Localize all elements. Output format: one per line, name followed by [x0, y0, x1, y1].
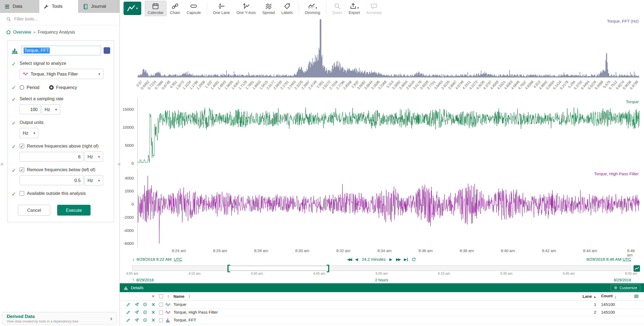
table-row[interactable]: Torque, High Pass Filter2145100 — [120, 309, 644, 316]
tab-journal[interactable]: Journal — [78, 0, 118, 13]
step-back-much-icon[interactable]: ◀◀ — [347, 257, 352, 261]
toolbar-one-y-axis-button[interactable]: One Y-Axis — [234, 1, 259, 16]
send-icon[interactable] — [132, 302, 141, 307]
range-start-timezone[interactable]: UTC — [174, 257, 182, 262]
range-end-timezone[interactable]: UTC — [623, 257, 631, 262]
result-name-input[interactable]: Torque, FFT — [21, 46, 101, 55]
tab-data[interactable]: Data — [0, 0, 39, 13]
range-start-date[interactable]: 8/29/2018 8:22 AM — [137, 257, 172, 262]
edit-icon[interactable] — [124, 310, 132, 314]
scrubber-right-handle[interactable] — [327, 265, 329, 272]
remove-above-input[interactable] — [20, 152, 84, 162]
torque-chart-canvas[interactable] — [138, 98, 639, 166]
scrubber-end-date[interactable]: 8/29/2018 — [388, 278, 631, 282]
count-column-header[interactable]: Count▲▼ — [596, 293, 628, 299]
period-radio-label: Period — [27, 85, 39, 90]
output-units-select[interactable]: Hz ▾ — [20, 128, 38, 138]
table-row[interactable]: Torque1145100 — [120, 301, 644, 309]
step-forward-icon[interactable]: ▶ — [389, 257, 392, 261]
collapse-sidebar-handle[interactable]: « — [118, 161, 121, 167]
name-column-header[interactable]: Name ▲▼ — [173, 294, 580, 299]
toolbar-one-lane-button[interactable]: One Lane — [210, 1, 233, 16]
execute-button[interactable]: Execute — [57, 205, 91, 216]
row-checkbox[interactable] — [157, 303, 164, 307]
row-name[interactable]: Torque, High Pass Filter — [173, 310, 580, 315]
frequency-radio[interactable]: Frequency — [49, 85, 77, 90]
torque-y-axis-labels: 150001000050000 — [120, 98, 136, 166]
toolbar-chain-button[interactable]: Chain — [167, 1, 183, 16]
info-icon[interactable] — [141, 310, 149, 314]
row-checkbox[interactable] — [157, 310, 164, 314]
tab-tools[interactable]: Tools — [39, 0, 78, 13]
toolbar-dimming-button[interactable]: ▾Dimming — [302, 1, 323, 16]
info-icon[interactable] — [141, 318, 149, 322]
signal-select[interactable]: Torque, High Pass Filter ▾ — [20, 69, 103, 79]
time-tick-label: 8:46 am — [627, 249, 635, 257]
filter-tools-input[interactable] — [14, 17, 114, 22]
remove-icon[interactable] — [149, 310, 157, 314]
wrench-icon — [44, 4, 49, 9]
row-name[interactable]: Torque — [173, 302, 580, 307]
step-forward-much-icon[interactable]: ▶▶ — [396, 257, 400, 261]
select-all-checkbox[interactable] — [157, 294, 164, 298]
view-selector-button[interactable]: ▾ — [124, 2, 141, 15]
range-duration[interactable]: 24.2 minutes — [362, 257, 386, 262]
toolbar-export-button[interactable]: ▾Export — [346, 1, 363, 16]
remove-below-unit-select[interactable]: Hz ▾ — [84, 175, 103, 185]
period-radio[interactable]: Period — [20, 85, 39, 90]
remove-all-column-header[interactable]: ✕ — [149, 294, 157, 298]
selection-sort-button[interactable]: ▲▼ — [164, 295, 173, 298]
fft-chart-canvas[interactable] — [138, 17, 639, 78]
y-axis-tick-label: -4000 — [124, 228, 134, 232]
toolbar-spread-button[interactable]: Spread — [259, 1, 278, 16]
derived-data-panel[interactable]: Derived Data View data created by tools … — [2, 312, 117, 325]
row-checkbox[interactable] — [157, 318, 164, 322]
available-outside-checkbox-row[interactable]: Available outside this analysis — [20, 191, 110, 196]
arrow-up-icon[interactable]: ↑ — [132, 277, 135, 283]
sampling-unit-select[interactable]: Hz ▾ — [41, 104, 60, 114]
remove-icon[interactable] — [149, 302, 157, 307]
scrubber-left-handle[interactable] — [227, 265, 230, 272]
toolbar-labels-button[interactable]: Labels — [278, 1, 296, 16]
scrubber-chart-chip-icon[interactable] — [634, 265, 640, 272]
cancel-button[interactable]: Cancel — [18, 205, 50, 216]
table-row[interactable]: Torque, FFT — [120, 316, 644, 324]
edit-icon[interactable] — [124, 318, 132, 322]
edit-icon[interactable] — [124, 302, 132, 307]
toolbar-calendar-button[interactable]: Calendar — [145, 1, 167, 16]
sampling-rate-input[interactable] — [20, 105, 41, 114]
remove-below-input[interactable] — [20, 175, 84, 185]
remove-below-checkbox-row[interactable]: ✓ Remove frequencies below (left of) — [20, 167, 110, 172]
row-name[interactable]: Torque, FFT — [173, 318, 580, 323]
step-back-icon[interactable]: ◀ — [355, 257, 358, 261]
step-to-end-icon[interactable]: ▶ — [404, 257, 408, 261]
scrubber-track[interactable] — [132, 266, 631, 271]
row-lane: 2 — [580, 310, 596, 315]
refresh-icon[interactable] — [411, 257, 416, 262]
data-icon — [4, 4, 10, 9]
breadcrumb-overview-link[interactable]: Overview — [13, 30, 31, 35]
row-count: 145100 — [596, 310, 628, 315]
customize-button[interactable]: Customize — [611, 285, 640, 291]
send-icon[interactable] — [132, 310, 141, 314]
toolbar-capsule-button[interactable]: Capsule — [184, 1, 204, 16]
remove-above-checkbox-row[interactable]: ✓ Remove frequencies above (right of) — [20, 144, 110, 149]
y-axis-tick-label: 4000 — [125, 175, 134, 180]
remove-above-unit-select[interactable]: Hz ▾ — [84, 152, 103, 162]
range-end-date[interactable]: 8/29/2018 8:46 AM — [587, 257, 621, 262]
info-icon[interactable] — [141, 302, 149, 307]
hpf-chart-canvas[interactable] — [138, 169, 639, 247]
collapse-left-edge-handle[interactable]: « — [1, 161, 3, 167]
scrubber-selected-range[interactable] — [228, 266, 329, 271]
color-swatch-button[interactable] — [104, 47, 110, 54]
add-column-button[interactable] — [628, 294, 644, 299]
y-axis-tick-label: -6000 — [124, 241, 134, 246]
scrubber-start-date[interactable]: 8/29/2018 — [136, 278, 154, 282]
remove-icon[interactable] — [149, 318, 157, 322]
scrubber-duration[interactable]: 2 hours — [375, 278, 388, 282]
toolbar-button-label: Chain — [170, 10, 180, 15]
home-icon[interactable] — [6, 30, 11, 35]
lane-column-header[interactable]: Lane▲ — [580, 294, 596, 299]
send-icon[interactable] — [132, 318, 141, 322]
arrow-down-icon[interactable]: ↓ — [132, 257, 135, 262]
